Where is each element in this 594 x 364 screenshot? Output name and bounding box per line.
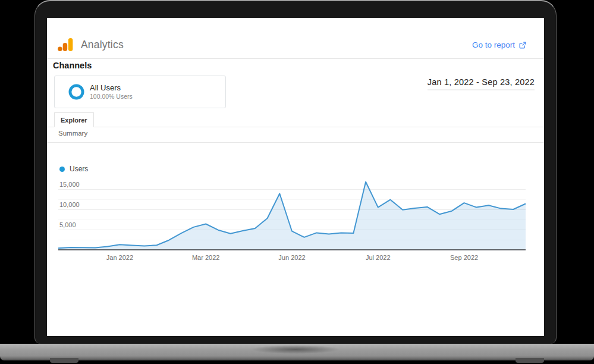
users-series-dot-icon [59,167,65,172]
y-axis-tick-label: 15,000 [59,181,80,188]
users-area-chart: 5,00010,00015,000Jan 2022Mar 2022Jun 202… [58,178,529,268]
chart-legend: Users [59,165,88,173]
x-axis-tick-label: Sep 2022 [450,254,478,261]
segment-detail: 100.00% Users [90,93,133,101]
legend-users-label: Users [70,165,88,173]
y-axis-tick-label: 10,000 [59,201,80,208]
x-axis-tick-label: Jul 2022 [366,254,391,261]
segment-name: All Users [90,83,133,93]
brand: Analytics [56,36,124,53]
go-to-report-label: Go to report [472,40,515,49]
laptop-screen: Analytics Go to report Channels All User… [47,18,544,336]
y-axis-tick-label: 5,000 [59,221,76,228]
laptop-lid-notch [251,345,340,354]
external-link-icon [519,42,526,49]
content-divider [47,142,544,143]
segment-text: All Users 100.00% Users [90,83,133,101]
laptop-foot-left [50,358,78,363]
brand-name: Analytics [81,39,124,51]
segment-ring-icon [68,84,84,100]
date-range: Jan 1, 2022 - Sep 23, 2022 [428,77,535,87]
x-axis-tick-label: Jun 2022 [278,254,305,261]
tab-explorer[interactable]: Explorer [54,112,94,127]
laptop-lid: Analytics Go to report Channels All User… [34,0,557,344]
x-axis-tick-label: Jan 2022 [106,254,133,261]
laptop-foot-right [516,358,544,363]
page-title: Channels [53,61,92,70]
segment-card-all-users[interactable]: All Users 100.00% Users [54,76,226,108]
tab-row: Explorer [47,112,544,127]
go-to-report-link[interactable]: Go to report [472,40,526,49]
date-range-value[interactable]: Jan 1, 2022 - Sep 23, 2022 [428,77,535,90]
google-analytics-logo-icon [56,36,74,53]
laptop-base [0,344,594,360]
subtab-summary: Summary [58,130,87,137]
analytics-header: Analytics Go to report [47,18,544,59]
chart-plot-area [58,178,529,252]
x-axis-tick-label: Mar 2022 [192,254,219,261]
